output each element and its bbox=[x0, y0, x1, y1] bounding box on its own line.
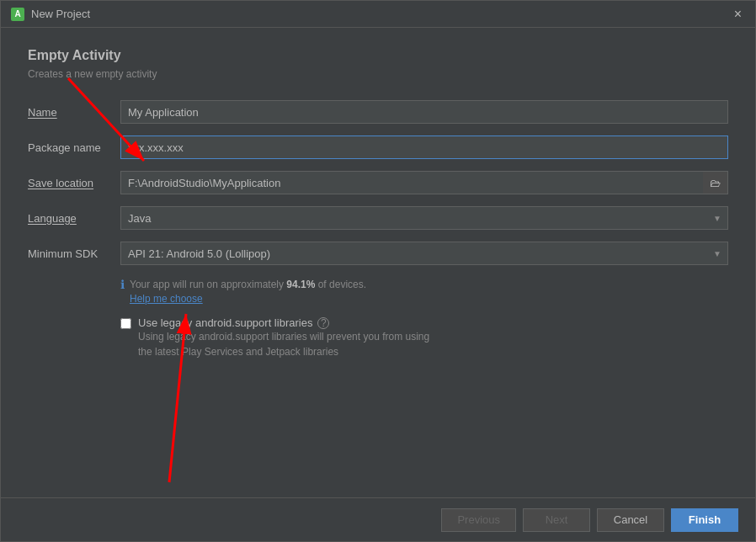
folder-icon: 🗁 bbox=[710, 177, 721, 189]
package-label: Package name bbox=[28, 141, 120, 154]
name-label: Name bbox=[28, 106, 120, 119]
info-row: ℹ Your app will run on approximately 94.… bbox=[120, 277, 728, 305]
name-input[interactable] bbox=[120, 100, 728, 124]
package-name-row: Package name bbox=[28, 136, 728, 159]
legacy-checkbox-content: Use legacy android.support libraries ? U… bbox=[138, 316, 429, 359]
minimum-sdk-select-wrapper: API 21: Android 5.0 (Lollipop) API 23: A… bbox=[120, 242, 728, 265]
minimum-sdk-select[interactable]: API 21: Android 5.0 (Lollipop) API 23: A… bbox=[120, 242, 728, 265]
save-location-label: Save location bbox=[28, 177, 120, 189]
legacy-checkbox-label: Use legacy android.support libraries ? bbox=[138, 316, 429, 329]
cancel-button[interactable]: Cancel bbox=[597, 508, 664, 532]
page-subtitle: Creates a new empty activity bbox=[28, 68, 728, 80]
package-name-input[interactable] bbox=[120, 136, 728, 159]
dialog-footer: Previous Next Cancel Finish bbox=[1, 497, 755, 541]
save-location-input-group: 🗁 bbox=[120, 171, 728, 194]
language-select[interactable]: Java Kotlin bbox=[120, 206, 728, 230]
dialog-content: Empty Activity Creates a new empty activ… bbox=[1, 28, 755, 497]
question-icon[interactable]: ? bbox=[317, 317, 329, 329]
legacy-checkbox-description: Using legacy android.support libraries w… bbox=[138, 329, 429, 359]
language-select-wrapper: Java Kotlin ▼ bbox=[120, 206, 728, 230]
help-link[interactable]: Help me choose bbox=[130, 293, 366, 305]
legacy-checkbox[interactable] bbox=[120, 318, 131, 329]
minimum-sdk-row: Minimum SDK API 21: Android 5.0 (Lollipo… bbox=[28, 242, 728, 265]
title-bar: A New Project × bbox=[1, 1, 755, 28]
finish-button[interactable]: Finish bbox=[671, 508, 738, 532]
app-icon: A bbox=[11, 8, 24, 21]
previous-button[interactable]: Previous bbox=[441, 508, 516, 532]
language-label: Language bbox=[28, 212, 120, 225]
language-row: Language Java Kotlin ▼ bbox=[28, 206, 728, 230]
save-location-input[interactable] bbox=[120, 171, 703, 194]
name-row: Name bbox=[28, 100, 728, 124]
minimum-sdk-label: Minimum SDK bbox=[28, 247, 120, 260]
title-bar-left: A New Project bbox=[11, 8, 90, 21]
page-title: Empty Activity bbox=[28, 48, 728, 63]
browse-folder-button[interactable]: 🗁 bbox=[703, 171, 728, 194]
info-text: Your app will run on approximately 94.1%… bbox=[130, 277, 366, 293]
close-button[interactable]: × bbox=[731, 6, 745, 23]
next-button[interactable]: Next bbox=[523, 508, 590, 532]
info-content: Your app will run on approximately 94.1%… bbox=[130, 277, 366, 305]
new-project-dialog: A New Project × Empty Activity Creates a… bbox=[0, 0, 756, 542]
legacy-checkbox-row: Use legacy android.support libraries ? U… bbox=[120, 316, 728, 359]
info-icon: ℹ bbox=[120, 278, 125, 291]
dialog-title: New Project bbox=[31, 8, 90, 20]
save-location-row: Save location 🗁 bbox=[28, 171, 728, 194]
